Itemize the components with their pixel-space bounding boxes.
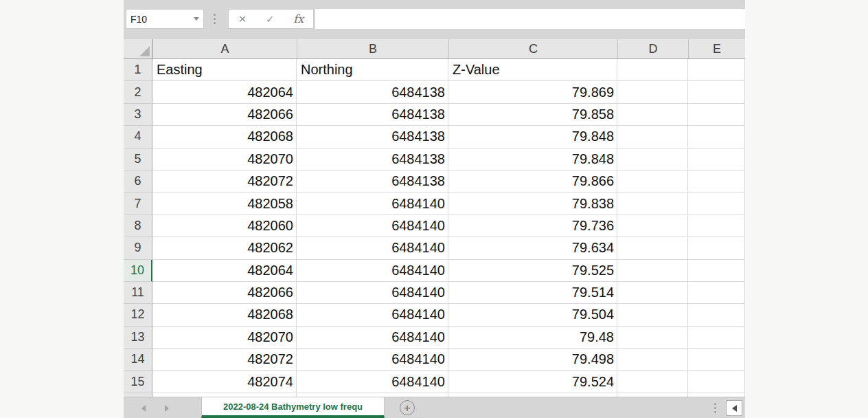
- insert-function-icon[interactable]: fx: [293, 12, 304, 25]
- grid-cell[interactable]: [688, 148, 745, 170]
- grid-cell[interactable]: [688, 282, 745, 304]
- column-header-a[interactable]: A: [152, 39, 297, 58]
- grid-cell[interactable]: [617, 126, 688, 148]
- grid-cell[interactable]: [617, 327, 688, 349]
- grid-cell[interactable]: 79.525: [448, 260, 617, 282]
- grid-cell[interactable]: 79.736: [448, 215, 617, 237]
- grid-cell[interactable]: [688, 260, 745, 282]
- grid-cell[interactable]: [688, 349, 745, 371]
- grid-cell[interactable]: Easting: [152, 59, 297, 81]
- grid-cell[interactable]: 6484140: [297, 215, 448, 237]
- grid-cell[interactable]: 6484140: [297, 192, 448, 214]
- grid-cell[interactable]: 482064: [152, 81, 297, 103]
- grid-cell[interactable]: [688, 371, 745, 393]
- grid-cell[interactable]: [688, 237, 745, 259]
- grid-cell[interactable]: 6484138: [297, 126, 448, 148]
- grid-cell[interactable]: [688, 170, 745, 192]
- grid-cell[interactable]: 79.848: [448, 126, 617, 148]
- row-header[interactable]: 11: [124, 282, 152, 304]
- grid-cell[interactable]: [688, 104, 745, 126]
- grid-cell[interactable]: 482070: [152, 148, 297, 170]
- name-box-dropdown-icon[interactable]: [194, 17, 199, 23]
- grid-cell[interactable]: [617, 282, 688, 304]
- grid-cell[interactable]: 6484140: [297, 327, 448, 349]
- row-header[interactable]: 3: [124, 104, 152, 126]
- row-header[interactable]: 5: [124, 148, 152, 170]
- grid-cell[interactable]: [688, 304, 745, 326]
- grid-cell[interactable]: 6484140: [297, 260, 448, 282]
- select-all-button[interactable]: [124, 39, 152, 58]
- grid-cell[interactable]: 6484138: [297, 170, 448, 192]
- sheet-nav-next-icon[interactable]: [165, 405, 169, 412]
- grid-cell[interactable]: [688, 192, 745, 214]
- grid-cell[interactable]: 6484138: [297, 81, 448, 103]
- grid-cell[interactable]: 482072: [152, 349, 297, 371]
- grid-cell[interactable]: [688, 327, 745, 349]
- grid-cell[interactable]: 6484140: [297, 304, 448, 326]
- grid-cell[interactable]: 79.858: [448, 104, 617, 126]
- row-header[interactable]: 15: [124, 371, 152, 393]
- grid-cell[interactable]: 482066: [152, 282, 297, 304]
- grid-cell[interactable]: 482068: [152, 126, 297, 148]
- grid-cell[interactable]: 79.848: [448, 148, 617, 170]
- grid-cell[interactable]: [617, 148, 688, 170]
- grid-cell[interactable]: [617, 170, 688, 192]
- row-header[interactable]: 8: [124, 215, 152, 237]
- grid-cell[interactable]: 79.498: [448, 349, 617, 371]
- grid-cell[interactable]: 6484140: [297, 349, 448, 371]
- grid-cell[interactable]: [617, 81, 688, 103]
- row-header[interactable]: 4: [124, 126, 152, 148]
- grid-cell[interactable]: Z-Value: [448, 59, 617, 81]
- scroll-left-button[interactable]: [726, 400, 742, 416]
- row-header[interactable]: 13: [124, 327, 152, 349]
- grid-cell[interactable]: [617, 237, 688, 259]
- grid-cell[interactable]: 482074: [152, 371, 297, 393]
- row-header[interactable]: 2: [124, 81, 152, 103]
- row-header[interactable]: 14: [124, 349, 152, 371]
- grid-cell[interactable]: [617, 260, 688, 282]
- grid-cell[interactable]: [617, 304, 688, 326]
- grid-cell[interactable]: [617, 349, 688, 371]
- grid-cell[interactable]: [617, 192, 688, 214]
- cancel-icon[interactable]: ✕: [238, 14, 247, 24]
- grid-cell[interactable]: 79.48: [448, 327, 617, 349]
- grid-cell[interactable]: 482072: [152, 170, 297, 192]
- grid-cell[interactable]: 79.869: [448, 81, 617, 103]
- grid-cell[interactable]: 482060: [152, 215, 297, 237]
- grid-cell[interactable]: 482062: [152, 237, 297, 259]
- grid-cell[interactable]: 482068: [152, 304, 297, 326]
- column-header-c[interactable]: C: [448, 39, 617, 58]
- sheet-tab-active[interactable]: 2022-08-24 Bathymetry low frequ: [201, 397, 385, 418]
- row-header[interactable]: 12: [124, 304, 152, 326]
- grid-cell[interactable]: [688, 215, 745, 237]
- enter-icon[interactable]: ✓: [266, 14, 275, 24]
- grid-cell[interactable]: 79.504: [448, 304, 617, 326]
- row-header[interactable]: 6: [124, 170, 152, 192]
- sheet-nav-prev-icon[interactable]: [141, 405, 146, 412]
- add-sheet-button[interactable]: +: [400, 400, 415, 415]
- grid-cell[interactable]: [617, 104, 688, 126]
- column-header-e[interactable]: E: [688, 39, 745, 58]
- grid-cell[interactable]: [617, 371, 688, 393]
- grid-cell[interactable]: 6484140: [297, 282, 448, 304]
- grid-cell[interactable]: 79.524: [448, 371, 617, 393]
- grid-cell[interactable]: 79.838: [448, 192, 617, 214]
- row-header[interactable]: 7: [124, 192, 152, 214]
- grid-cell[interactable]: Northing: [297, 59, 448, 81]
- grid-cell[interactable]: 482066: [152, 104, 297, 126]
- row-header[interactable]: 1: [124, 59, 152, 81]
- grid-cell[interactable]: 79.866: [448, 170, 617, 192]
- grid-cell[interactable]: 6484138: [297, 148, 448, 170]
- grid-cell[interactable]: 482070: [152, 327, 297, 349]
- grid-cell[interactable]: [617, 59, 688, 81]
- grid-cell[interactable]: [688, 59, 745, 81]
- grid-cell[interactable]: [688, 126, 745, 148]
- grid-cell[interactable]: 6484140: [297, 371, 448, 393]
- grid-cell[interactable]: [688, 81, 745, 103]
- name-box[interactable]: F10: [126, 9, 204, 29]
- column-header-d[interactable]: D: [617, 39, 688, 58]
- column-header-b[interactable]: B: [297, 39, 448, 58]
- grid-cell[interactable]: 79.514: [448, 282, 617, 304]
- formula-input[interactable]: [315, 9, 745, 29]
- grid-cell[interactable]: 482064: [152, 260, 297, 282]
